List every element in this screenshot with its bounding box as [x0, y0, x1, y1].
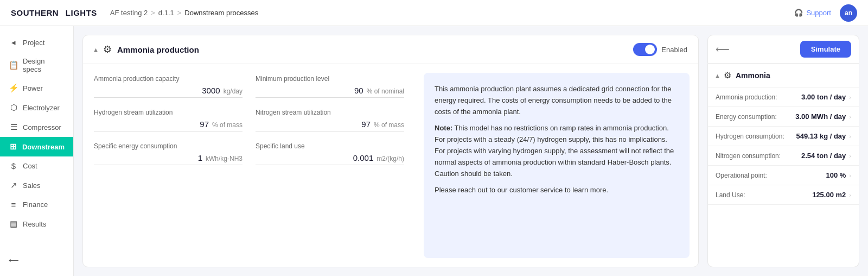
info-para-2: Note: This model has no restrictions on … [435, 123, 679, 179]
field-label: Ammonia production capacity [94, 75, 242, 83]
sidebar-item-cost[interactable]: $ Cost [0, 156, 73, 175]
metric-label: Operational point: [716, 172, 767, 179]
enabled-toggle[interactable] [633, 43, 657, 56]
panel-collapse-button[interactable]: ▴ [94, 45, 98, 54]
breadcrumb-sep1: > [151, 9, 155, 17]
field-unit: % of mass [212, 121, 242, 129]
breadcrumb-part2[interactable]: d.1.1 [158, 9, 174, 17]
sidebar-item-design-specs[interactable]: 📋 Design specs [0, 52, 73, 78]
field-value: 97 [361, 120, 371, 129]
sidebar-item-compressor[interactable]: ☰ Compressor [0, 117, 73, 137]
top-bar: SOUTHERN LIGHTS AF testing 2 > d.1.1 > D… [0, 0, 868, 26]
chevron-right-icon: › [849, 94, 851, 101]
sidebar-item-electrolyzer[interactable]: ⬡ Electrolyzer [0, 98, 73, 117]
sidebar-item-label: Finance [23, 200, 48, 209]
metric-row-ammonia-production: Ammonia production: 3.00 ton / day › [708, 87, 859, 107]
breadcrumb: AF testing 2 > d.1.1 > Downstream proces… [110, 9, 258, 17]
sidebar-item-label: Downstream [22, 143, 65, 151]
field-value-row: 97 % of mass [94, 120, 242, 131]
logo: SOUTHERN LIGHTS [11, 8, 97, 17]
logo-lights: LIGHTS [66, 8, 97, 17]
metric-value-row: 549.13 kg / day › [796, 132, 851, 140]
avatar-initials: an [845, 9, 852, 17]
field-value-row: 90 % of nominal [256, 86, 404, 98]
right-card-title: Ammonia [736, 71, 770, 80]
ammonia-gear-icon: ⚙ [103, 43, 112, 55]
panel-title-row: ▴ ⚙ Ammonia production [94, 43, 199, 55]
right-card-collapse-button[interactable]: ▴ [716, 71, 719, 80]
breadcrumb-part1[interactable]: AF testing 2 [110, 9, 148, 17]
metric-value-row: 2.54 ton / day › [801, 152, 851, 160]
info-note-body: This model has no restrictions on ramp r… [435, 124, 674, 177]
downstream-icon: ⊞ [9, 142, 18, 152]
info-para-1: This ammonia production plant assumes a … [435, 84, 679, 117]
field-value-row: 0.001 m2/(kg/h) [256, 153, 404, 165]
field-label: Hydrogen stream utilization [94, 109, 242, 116]
field-specific-land-use: Specific land use 0.001 m2/(kg/h) [256, 142, 404, 165]
sidebar-item-project[interactable]: ◂ Project [0, 33, 73, 52]
sidebar-item-power[interactable]: ⚡ Power [0, 78, 73, 98]
support-button[interactable]: 🎧 Support [794, 9, 831, 17]
metric-value: 3.00 MWh / day [795, 112, 846, 121]
right-panel: ⟵ Simulate ▴ ⚙ Ammonia Ammonia productio… [707, 35, 859, 267]
right-top-bar: ⟵ Simulate [707, 35, 859, 64]
chevron-right-icon: › [849, 172, 851, 179]
sidebar-item-results[interactable]: ▤ Results [0, 214, 73, 234]
power-icon: ⚡ [9, 83, 18, 93]
headphone-icon: 🎧 [794, 9, 803, 17]
field-label: Specific energy consumption [94, 142, 242, 150]
right-card-header: ▴ ⚙ Ammonia [708, 64, 859, 87]
breadcrumb-sep2: > [177, 9, 182, 17]
metric-value: 549.13 kg / day [796, 132, 846, 140]
metric-row-land-use: Land Use: 125.00 m2 › [708, 185, 859, 205]
sidebar-item-sales[interactable]: ↗ Sales [0, 175, 73, 195]
field-unit: % of mass [374, 121, 404, 129]
main-layout: ◂ Project 📋 Design specs ⚡ Power ⬡ Elect… [0, 26, 868, 276]
main-panel: ▴ ⚙ Ammonia production Enabled Ammonia p… [82, 35, 699, 267]
design-specs-icon: 📋 [9, 60, 18, 70]
right-card-gear-icon: ⚙ [724, 70, 731, 80]
avatar[interactable]: an [840, 4, 857, 22]
field-ammonia-production-capacity: Ammonia production capacity 3000 kg/day [94, 75, 242, 98]
field-unit: m2/(kg/h) [376, 155, 404, 162]
metric-label: Nitrogen consumption: [716, 152, 781, 160]
sidebar-item-label: Sales [23, 181, 41, 190]
field-value-row: 3000 kg/day [94, 86, 242, 98]
field-unit: kWh/kg-NH3 [206, 155, 242, 162]
field-unit: % of nominal [367, 87, 404, 95]
finance-icon: ≡ [9, 200, 18, 209]
project-icon: ◂ [9, 37, 18, 47]
metric-value-row: 3.00 MWh / day › [795, 112, 851, 121]
sidebar-item-downstream[interactable]: ⊞ Downstream [0, 137, 73, 156]
field-value: 3000 [202, 86, 220, 95]
sidebar-item-finance[interactable]: ≡ Finance [0, 195, 73, 214]
right-panel-collapse-button[interactable]: ⟵ [716, 43, 730, 55]
chevron-right-icon: › [849, 153, 851, 159]
chevron-right-icon: › [849, 114, 851, 120]
metric-row-nitrogen-consumption: Nitrogen consumption: 2.54 ton / day › [708, 146, 859, 166]
breadcrumb-current: Downstream processes [184, 9, 258, 17]
compressor-icon: ☰ [9, 122, 18, 132]
metric-value: 125.00 m2 [812, 191, 846, 199]
info-note-label: Note: [435, 124, 452, 132]
right-card: ▴ ⚙ Ammonia Ammonia production: 3.00 ton… [707, 64, 859, 267]
field-nitrogen-stream: Nitrogen stream utilization 97 % of mass [256, 109, 404, 131]
field-min-production-level: Minimum production level 90 % of nominal [256, 75, 404, 98]
field-label: Nitrogen stream utilization [256, 109, 404, 116]
toggle-label: Enabled [661, 46, 687, 54]
logo-southern: SOUTHERN [11, 8, 59, 17]
sidebar-collapse-button[interactable]: ⟵ [0, 252, 73, 269]
sidebar-item-label: Compressor [23, 123, 61, 131]
field-value-row: 1 kWh/kg-NH3 [94, 153, 242, 165]
simulate-button[interactable]: Simulate [800, 41, 851, 58]
fields-row-2: Hydrogen stream utilization 97 % of mass… [94, 109, 404, 131]
results-icon: ▤ [9, 219, 18, 229]
metric-value-row: 3.00 ton / day › [801, 93, 851, 101]
info-para-3: Please reach out to our customer service… [435, 185, 679, 196]
top-right-actions: 🎧 Support an [794, 4, 857, 22]
metric-label: Energy consumption: [716, 113, 777, 121]
field-unit: kg/day [224, 87, 242, 95]
metric-value-row: 125.00 m2 › [812, 191, 851, 199]
sidebar-item-label: Project [23, 39, 44, 47]
electrolyzer-icon: ⬡ [9, 103, 18, 112]
